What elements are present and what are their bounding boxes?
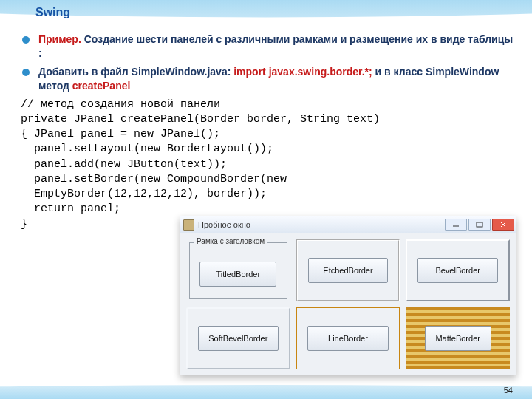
svg-rect-1 <box>477 222 482 227</box>
bullet-2: Добавить в файл SimpleWindow.java: impor… <box>21 65 516 93</box>
bullet-list: Пример. Создание шести панелей с различн… <box>21 33 516 93</box>
panel-matteborder: MatteBorder <box>406 307 510 369</box>
bullet-1-red: Пример. <box>38 33 81 45</box>
code-block: // метод создания новой панели private J… <box>21 98 516 232</box>
window-title: Пробное окно <box>198 220 250 229</box>
page-number: 54 <box>504 386 513 395</box>
close-button[interactable] <box>492 219 514 231</box>
softbevelborder-button[interactable]: SoftBevelBorder <box>198 326 279 351</box>
maximize-icon <box>476 222 483 228</box>
etchedborder-button[interactable]: EtchedBorder <box>308 258 389 283</box>
java-icon <box>183 219 194 231</box>
bullet-1: Пример. Создание шести панелей с различн… <box>21 33 516 61</box>
sample-window: Пробное окно Рамка с заголовком TitledBo… <box>180 216 516 375</box>
maximize-button[interactable] <box>468 219 491 231</box>
titledborder-label: Рамка с заголовком <box>194 237 267 245</box>
bullet-2-red2: createPanel <box>72 80 131 92</box>
window-titlebar[interactable]: Пробное окно <box>180 216 516 233</box>
panel-lineborder: LineBorder <box>296 307 400 369</box>
minimize-button[interactable] <box>445 219 467 231</box>
panel-bevelborder: BevelBorder <box>406 239 510 301</box>
titledborder-button[interactable]: TitledBorder <box>200 262 276 287</box>
lineborder-button[interactable]: LineBorder <box>307 326 389 351</box>
bevelborder-button[interactable]: BevelBorder <box>417 258 498 283</box>
panel-etchedborder: EtchedBorder <box>296 239 400 301</box>
panel-titledborder: Рамка с заголовком TitledBorder <box>189 242 287 299</box>
matteborder-button[interactable]: MatteBorder <box>425 326 491 351</box>
slide-content: Пример. Создание шести панелей с различн… <box>21 33 516 232</box>
bullet-2-t1: Добавить в файл SimpleWindow.java: <box>38 66 233 78</box>
panel-softbevelborder: SoftBevelBorder <box>186 307 290 369</box>
slide-heading: Swing <box>35 6 70 19</box>
close-icon <box>499 222 507 228</box>
bullet-2-red1: import javax.swing.border.*; <box>233 66 372 78</box>
bullet-1-rest: Создание шести панелей с различными рамк… <box>38 33 513 59</box>
window-client: Рамка с заголовком TitledBorder EtchedBo… <box>180 233 516 375</box>
minimize-icon <box>452 222 460 228</box>
